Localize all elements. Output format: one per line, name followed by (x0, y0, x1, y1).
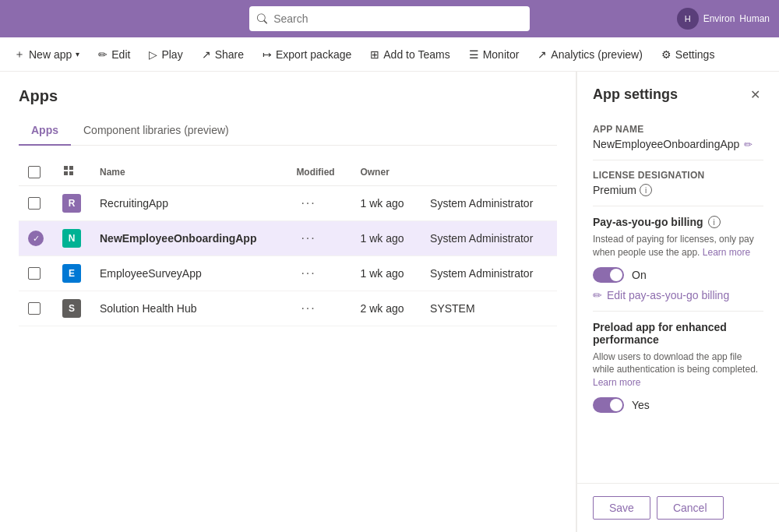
tab-apps[interactable]: Apps (19, 118, 71, 146)
more-actions-button[interactable]: ··· (296, 230, 320, 247)
plus-icon: ＋ (14, 48, 25, 62)
modified-cell: 2 wk ago (351, 291, 421, 326)
app-icon: E (62, 264, 81, 283)
app-name-cell: EmployeeSurveyApp (90, 256, 287, 291)
table-row[interactable]: RRecruitingApp···1 wk agoSystem Administ… (19, 186, 557, 221)
row-checkbox-cell (19, 256, 53, 291)
table-row[interactable]: SSolution Health Hub···2 wk agoSYSTEM (19, 291, 557, 326)
cancel-button[interactable]: Cancel (657, 496, 724, 520)
app-name-cell: Solution Health Hub (90, 291, 287, 326)
billing-section: Pay-as-you-go billing i Instead of payin… (593, 206, 763, 312)
row-checkbox[interactable] (28, 267, 41, 280)
page-title: Apps (19, 87, 557, 105)
billing-toggle[interactable] (593, 267, 624, 283)
settings-button[interactable]: ⚙ Settings (654, 44, 723, 65)
more-actions-button[interactable]: ··· (296, 300, 320, 317)
close-settings-button[interactable]: ✕ (747, 84, 763, 105)
preload-toggle-label: Yes (632, 399, 650, 411)
col-owner: Owner (351, 158, 421, 186)
search-icon (257, 13, 267, 24)
table-row[interactable]: EEmployeeSurveyApp···1 wk agoSystem Admi… (19, 256, 557, 291)
edit-app-name-icon[interactable]: ✏ (744, 139, 753, 150)
apps-table: Name Modified Owner RRecruitingApp···1 w… (19, 158, 557, 326)
license-info-icon[interactable]: i (640, 184, 652, 196)
more-actions-cell: ··· (287, 256, 351, 291)
avatar: H (677, 8, 699, 30)
settings-title: App settings (593, 86, 678, 103)
billing-desc: Instead of paying for licenses, only pay… (593, 233, 763, 259)
preload-title: Preload app for enhanced performance (593, 321, 763, 346)
header-checkbox[interactable] (28, 166, 41, 178)
app-icon: R (62, 194, 81, 213)
row-checkbox-cell (19, 291, 53, 326)
modified-cell: 1 wk ago (351, 186, 421, 221)
app-icon: S (62, 299, 81, 318)
table-row[interactable]: ✓NNewEmployeeOnboardingApp···1 wk agoSys… (19, 221, 557, 256)
settings-icon: ⚙ (661, 48, 671, 61)
billing-info-icon[interactable]: i (708, 216, 721, 228)
svg-rect-2 (64, 171, 68, 175)
main-layout: Apps Apps Component libraries (preview) … (0, 72, 779, 532)
teams-icon: ⊞ (370, 48, 379, 61)
row-checkbox-cell: ✓ (19, 221, 53, 256)
license-section: License designation Premium i (593, 160, 763, 206)
modified-cell: 1 wk ago (351, 221, 421, 256)
svg-rect-1 (69, 166, 73, 170)
app-name-label: App name (593, 124, 763, 135)
tab-component-libraries[interactable]: Component libraries (preview) (71, 118, 241, 146)
command-bar: ＋ New app ▾ ✏ Edit ▷ Play ↗ Share ↦ Expo… (0, 37, 779, 72)
app-icon-cell: R (53, 186, 90, 221)
svg-rect-3 (69, 171, 73, 175)
col-name: Name (90, 158, 287, 186)
edit-billing-button[interactable]: ✏ Edit pay-as-you-go billing (593, 289, 729, 301)
dropdown-arrow-icon: ▾ (76, 50, 79, 58)
selected-check: ✓ (28, 231, 44, 246)
preload-desc: Allow users to download the app file whi… (593, 351, 763, 389)
app-name-cell: NewEmployeeOnboardingApp (90, 221, 287, 256)
col-modified: Modified (287, 158, 351, 186)
settings-header: App settings ✕ (577, 72, 779, 115)
col-checkbox (19, 158, 53, 186)
app-icon: N (62, 229, 81, 248)
play-button[interactable]: ▷ Play (141, 44, 190, 65)
row-checkbox[interactable] (28, 302, 41, 315)
row-checkbox[interactable] (28, 197, 41, 210)
owner-cell: SYSTEM (421, 291, 557, 326)
preload-section: Preload app for enhanced performance All… (593, 312, 763, 428)
svg-rect-0 (64, 166, 68, 170)
preload-toggle[interactable] (593, 397, 624, 413)
monitor-icon: ☰ (469, 48, 479, 61)
app-name-cell: RecruitingApp (90, 186, 287, 221)
search-input[interactable] (273, 12, 522, 25)
app-icon-cell: E (53, 256, 90, 291)
modified-cell: 1 wk ago (351, 256, 421, 291)
app-name-value: NewEmployeeOnboardingApp ✏ (593, 138, 763, 150)
new-app-button[interactable]: ＋ New app ▾ (6, 43, 87, 66)
license-label: License designation (593, 170, 763, 181)
app-name-section: App name NewEmployeeOnboardingApp ✏ (593, 115, 763, 160)
search-box[interactable] (249, 6, 530, 31)
top-bar: H Environ Human (0, 0, 779, 37)
more-actions-button[interactable]: ··· (296, 195, 320, 212)
monitor-button[interactable]: ☰ Monitor (461, 44, 527, 65)
share-icon: ↗ (202, 48, 211, 61)
save-button[interactable]: Save (593, 496, 650, 520)
export-package-button[interactable]: ↦ Export package (255, 44, 359, 65)
settings-footer: Save Cancel (577, 483, 779, 532)
more-actions-button[interactable]: ··· (296, 265, 320, 282)
play-icon: ▷ (149, 48, 157, 61)
billing-toggle-label: On (632, 269, 647, 281)
billing-learn-more-link[interactable]: Learn more (703, 247, 750, 258)
user-info: H Environ Human (677, 8, 770, 30)
add-to-teams-button[interactable]: ⊞ Add to Teams (362, 44, 457, 65)
billing-title: Pay-as-you-go billing (593, 216, 703, 228)
preload-learn-more-link[interactable]: Learn more (593, 377, 640, 388)
col-icon (53, 158, 90, 186)
owner-cell: System Administrator (421, 256, 557, 291)
billing-toggle-row: On (593, 267, 763, 283)
app-icon-cell: N (53, 221, 90, 256)
analytics-button[interactable]: ↗ Analytics (preview) (530, 44, 650, 65)
more-actions-cell: ··· (287, 291, 351, 326)
edit-button[interactable]: ✏ Edit (90, 44, 138, 65)
share-button[interactable]: ↗ Share (194, 44, 252, 65)
